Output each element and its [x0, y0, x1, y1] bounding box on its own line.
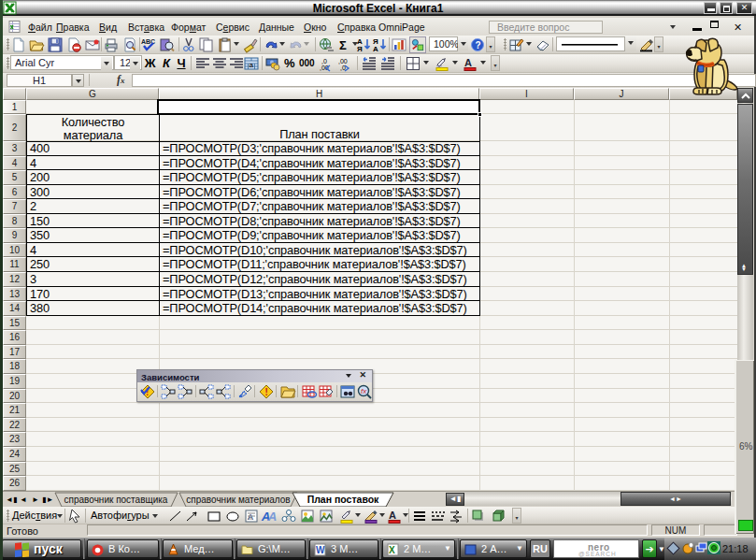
svg-text:,0: ,0 — [321, 58, 327, 65]
svg-text:Я: Я — [357, 45, 363, 53]
svg-text:fx: fx — [361, 387, 367, 395]
svg-text:?: ? — [476, 40, 481, 50]
svg-text:a: a — [250, 61, 254, 69]
svg-text:справочник материалов: справочник материалов — [186, 495, 290, 505]
svg-text:A: A — [248, 512, 253, 522]
svg-text:справочник поставщика: справочник поставщика — [64, 495, 168, 505]
svg-text:X: X — [389, 545, 395, 555]
svg-text:W: W — [316, 545, 325, 555]
svg-text:!: ! — [265, 387, 268, 397]
svg-text:План поставок: План поставок — [307, 494, 379, 505]
svg-text:Σ: Σ — [339, 38, 347, 52]
svg-text:A: A — [389, 510, 396, 521]
svg-text:A: A — [267, 510, 279, 524]
svg-text:,00: ,00 — [338, 58, 348, 65]
svg-text:A: A — [464, 57, 472, 68]
svg-text:А: А — [373, 45, 378, 53]
